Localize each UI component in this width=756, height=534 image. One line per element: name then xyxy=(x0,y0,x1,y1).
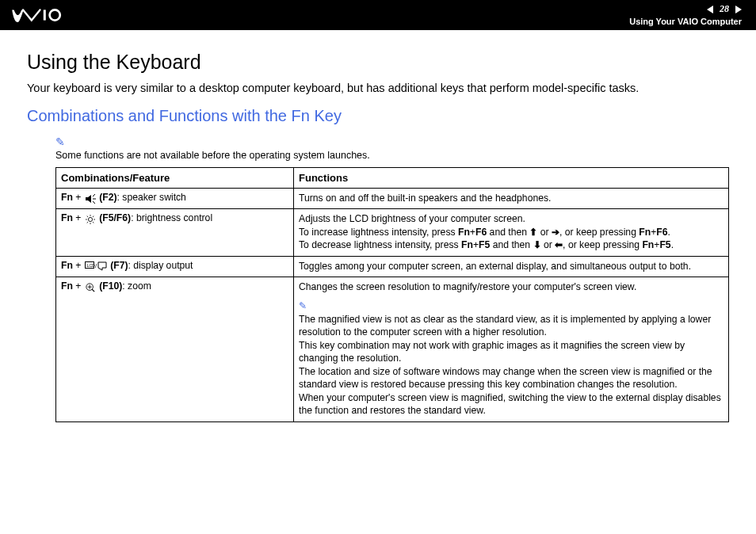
combo-cell: Fn + (F2): speaker switch xyxy=(56,189,294,209)
col-header-combo: Combinations/Feature xyxy=(56,168,294,189)
svg-rect-0 xyxy=(44,10,46,20)
function-cell: Toggles among your computer screen, an e… xyxy=(294,256,729,277)
combo-cell: Fn + (F10): zoom xyxy=(56,277,294,421)
zoom-icon xyxy=(85,281,96,292)
svg-point-8 xyxy=(88,217,92,221)
pencil-icon: ✎ xyxy=(55,135,65,148)
table-row: Fn + (F2): speaker switchTurns on and of… xyxy=(56,189,729,209)
note-text: Some functions are not available before … xyxy=(55,150,729,161)
svg-text:LCD: LCD xyxy=(86,263,94,268)
svg-text:/: / xyxy=(95,262,97,269)
svg-marker-4 xyxy=(86,195,91,203)
top-note: ✎ Some functions are not available befor… xyxy=(55,135,729,161)
intro-paragraph: Your keyboard is very similar to a deskt… xyxy=(27,82,729,94)
svg-line-15 xyxy=(86,222,87,223)
fn-key-table: Combinations/Feature Functions Fn + (F2)… xyxy=(55,167,729,422)
page-number: 28 xyxy=(720,4,729,15)
brightness-icon xyxy=(85,213,96,224)
nav-next-icon[interactable] xyxy=(734,6,742,13)
section-title: Using Your VAIO Computer xyxy=(629,17,742,27)
combo-cell: Fn + (F5/F6): brightness control xyxy=(56,209,294,256)
vaio-logo xyxy=(11,8,87,22)
header-bar: 28 Using Your VAIO Computer xyxy=(0,0,756,30)
svg-line-5 xyxy=(93,194,95,196)
nav-prev-icon[interactable] xyxy=(707,6,715,13)
svg-line-13 xyxy=(86,216,87,217)
subheading: Combinations and Functions with the Fn K… xyxy=(27,107,729,125)
svg-line-16 xyxy=(93,216,94,217)
svg-line-23 xyxy=(92,289,94,292)
page-title: Using the Keyboard xyxy=(27,51,729,74)
function-cell: Adjusts the LCD brightness of your compu… xyxy=(294,209,729,256)
svg-line-14 xyxy=(93,222,94,223)
page-content: Using the Keyboard Your keyboard is very… xyxy=(0,30,756,422)
svg-marker-3 xyxy=(735,6,742,13)
pencil-icon: ✎ xyxy=(299,300,724,311)
table-row: Fn + (F10): zoomChanges the screen resol… xyxy=(56,277,729,421)
table-row: Fn + LCD/ (F7): display outputToggles am… xyxy=(56,256,729,277)
table-row: Fn + (F5/F6): brightness controlAdjusts … xyxy=(56,209,729,256)
svg-point-1 xyxy=(50,10,60,20)
combo-cell: Fn + LCD/ (F7): display output xyxy=(56,256,294,277)
function-cell: Turns on and off the built-in speakers a… xyxy=(294,189,729,209)
col-header-func: Functions xyxy=(294,168,729,189)
display-icon: LCD/ xyxy=(85,261,107,272)
speaker-icon xyxy=(85,193,96,204)
svg-line-7 xyxy=(93,201,95,204)
page-nav: 28 xyxy=(629,4,742,15)
svg-marker-2 xyxy=(707,6,713,13)
function-cell: Changes the screen resolution to magnify… xyxy=(294,277,729,421)
